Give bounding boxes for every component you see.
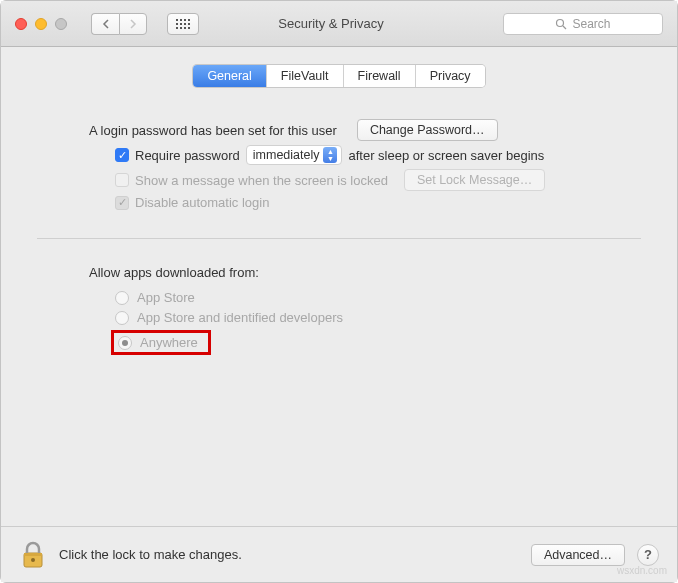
chevron-left-icon [102,19,110,29]
tab-firewall[interactable]: Firewall [344,65,416,87]
preferences-window: Security & Privacy Search General FileVa… [0,0,678,583]
svg-line-1 [563,26,566,29]
require-password-delay-value: immediately [253,148,320,162]
show-message-checkbox [115,173,129,187]
password-section: A login password has been set for this u… [19,105,659,232]
zoom-window-icon [55,18,67,30]
login-password-row: A login password has been set for this u… [89,119,659,141]
allow-apps-option-anywhere: Anywhere [111,330,659,355]
require-password-row: Require password immediately ▲▼ after sl… [115,145,659,165]
show-message-row: Show a message when the screen is locked… [115,169,659,191]
login-password-text: A login password has been set for this u… [89,123,337,138]
allow-apps-option-identified: App Store and identified developers [115,310,659,325]
content-area: General FileVault Firewall Privacy A log… [1,47,677,526]
help-button[interactable]: ? [637,544,659,566]
advanced-button[interactable]: Advanced… [531,544,625,566]
show-message-label: Show a message when the screen is locked [135,173,388,188]
require-password-checkbox[interactable] [115,148,129,162]
window-title: Security & Privacy [169,16,493,31]
title-bar: Security & Privacy Search [1,1,677,47]
require-password-delay-select[interactable]: immediately ▲▼ [246,145,343,165]
radio-appstore-label: App Store [137,290,195,305]
svg-point-4 [31,558,35,562]
disable-auto-login-checkbox [115,196,129,210]
allow-apps-heading: Allow apps downloaded from: [89,265,659,280]
tab-bar: General FileVault Firewall Privacy [193,65,484,87]
select-stepper-icon: ▲▼ [323,147,337,163]
chevron-right-icon [129,19,137,29]
lock-text: Click the lock to make changes. [59,547,242,562]
lock-icon[interactable] [19,540,47,570]
tab-filevault[interactable]: FileVault [267,65,344,87]
svg-point-0 [557,19,564,26]
radio-anywhere [118,336,132,350]
allow-apps-option-appstore: App Store [115,290,659,305]
nav-back-forward [91,13,147,35]
radio-appstore [115,291,129,305]
allow-apps-section: Allow apps downloaded from: App Store Ap… [19,239,659,378]
svg-rect-3 [24,553,42,556]
radio-anywhere-label: Anywhere [140,335,198,350]
footer-bar: Click the lock to make changes. Advanced… [1,526,677,582]
close-window-icon[interactable] [15,18,27,30]
search-placeholder: Search [572,17,610,31]
anywhere-highlight: Anywhere [111,330,211,355]
watermark: wsxdn.com [617,565,667,576]
minimize-window-icon[interactable] [35,18,47,30]
change-password-button[interactable]: Change Password… [357,119,498,141]
search-input[interactable]: Search [503,13,663,35]
radio-identified [115,311,129,325]
tab-privacy[interactable]: Privacy [416,65,485,87]
disable-auto-login-row: Disable automatic login [115,195,659,210]
tab-general[interactable]: General [193,65,266,87]
radio-identified-label: App Store and identified developers [137,310,343,325]
back-button[interactable] [91,13,119,35]
require-password-label: Require password [135,148,240,163]
search-icon [555,18,567,30]
set-lock-message-button: Set Lock Message… [404,169,545,191]
require-password-suffix: after sleep or screen saver begins [348,148,544,163]
forward-button[interactable] [119,13,147,35]
window-controls [15,18,67,30]
disable-auto-login-label: Disable automatic login [135,195,269,210]
